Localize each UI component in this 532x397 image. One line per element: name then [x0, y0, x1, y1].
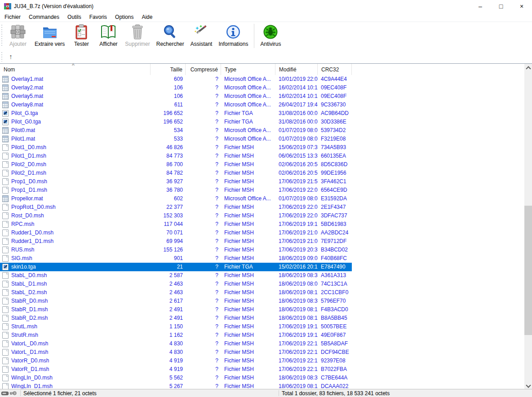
file-modified-cell: 31/08/2016 00:08	[275, 109, 318, 118]
maximize-button[interactable]: □	[491, 0, 511, 13]
msh-file-icon	[2, 229, 9, 236]
table-row[interactable]: VatorR_D0.msh4 919?Fichier MSH17/06/2019…	[0, 357, 352, 365]
table-row[interactable]: StabL_D0.msh2 587?Fichier MSH18/06/2019 …	[0, 271, 352, 280]
rechercher-button[interactable]: Rechercher	[153, 22, 187, 47]
table-row[interactable]: Overlay5.mat106?Microsoft Office A...16/…	[0, 92, 352, 101]
file-type-cell: Fichier TGA	[221, 109, 275, 118]
file-modified-cell: 01/07/2019 08:06	[275, 194, 318, 203]
up-directory-button[interactable]: ↑	[6, 52, 16, 62]
table-row[interactable]: Prop1_D0.msh36 927?Fichier MSH17/06/2019…	[0, 177, 352, 186]
file-name-cell: StabR_D2.msh	[0, 314, 151, 322]
menu-bar: FichierCommandesOutilsFavorisOptionsAide	[0, 13, 532, 22]
table-row[interactable]: VatorL_D0.msh4 830?Fichier MSH17/06/2019…	[0, 340, 352, 348]
column-header-crc32[interactable]: CRC32	[318, 64, 352, 75]
table-row[interactable]: RUS.msh155 126?Fichier MSH17/06/2019 20:…	[0, 246, 352, 254]
file-name-cell: Pilot1_D1.msh	[0, 152, 151, 160]
file-name: StabR_D1.msh	[11, 305, 48, 314]
table-row[interactable]: Pilot2_D0.msh86 700?Fichier MSH02/06/201…	[0, 160, 352, 169]
antivirus-button[interactable]: Antivirus	[257, 22, 284, 47]
table-row[interactable]: skin1o.tga21?Fichier TGA15/02/2016 20:19…	[0, 263, 352, 271]
table-row[interactable]: StabR_D0.msh2 617?Fichier MSH18/06/2019 …	[0, 297, 352, 305]
table-row[interactable]: Overlay1.mat609?Microsoft Office A...10/…	[0, 75, 352, 84]
file-name: StabR_D0.msh	[11, 297, 48, 305]
file-crc-cell: C7BE644A	[318, 374, 352, 382]
table-row[interactable]: Propellor.mat602?Microsoft Office A...01…	[0, 194, 352, 203]
scroll-up-button[interactable]	[524, 64, 532, 71]
file-type-cell: Fichier MSH	[221, 143, 275, 152]
file-type-cell: Fichier MSH	[221, 288, 275, 297]
menu-item-commandes[interactable]: Commandes	[25, 13, 63, 21]
assistant-button[interactable]: Assistant	[187, 22, 216, 47]
table-row[interactable]: VatorR_D1.msh4 919?Fichier MSH17/06/2019…	[0, 365, 352, 374]
column-header-nom[interactable]: Nom^	[0, 64, 151, 75]
table-row[interactable]: StabR_D1.msh2 491?Fichier MSH18/06/2019 …	[0, 305, 352, 314]
file-size-cell: 2 587	[151, 271, 186, 280]
file-compressed-cell: ?	[186, 331, 221, 340]
file-name-cell: Pilot1_D0.msh	[0, 143, 151, 152]
table-row[interactable]: RPC.msh117 044?Fichier MSH17/06/2019 19:…	[0, 220, 352, 229]
table-row[interactable]: Pilot1_D1.msh84 773?Fichier MSH06/06/201…	[0, 152, 352, 160]
table-row[interactable]: Pilot1_D0.msh46 826?Fichier MSH15/06/201…	[0, 143, 352, 152]
msh-file-icon	[2, 170, 9, 176]
table-row[interactable]: StabL_D2.msh2 463?Fichier MSH18/06/2019 …	[0, 288, 352, 297]
file-size-cell: 602	[151, 194, 186, 203]
table-row[interactable]: PropRot1_D0.msh22 377?Fichier MSH17/06/2…	[0, 203, 352, 212]
menu-item-fichier[interactable]: Fichier	[0, 13, 25, 21]
disk-icon[interactable]	[1, 391, 9, 396]
file-modified-cell: 17/06/2019 22:13	[275, 365, 318, 374]
file-size-cell: 196 652	[151, 118, 186, 126]
scroll-down-button[interactable]	[524, 382, 532, 389]
table-row[interactable]: VatorL_D1.msh4 830?Fichier MSH17/06/2019…	[0, 348, 352, 357]
vertical-scrollbar[interactable]	[524, 64, 532, 389]
scrollbar-thumb[interactable]	[524, 206, 532, 335]
tga-file-icon	[2, 119, 9, 125]
column-header-type[interactable]: Type	[221, 64, 275, 75]
table-row[interactable]: Pilot_G0.tga196 652?Fichier TGA31/08/201…	[0, 118, 352, 126]
column-header-modifié[interactable]: Modifié	[275, 64, 318, 75]
table-row[interactable]: Rudder1_D1.msh69 994?Fichier MSH17/06/20…	[0, 237, 352, 246]
tester-button[interactable]: Tester	[68, 22, 95, 47]
msh-file-icon	[2, 144, 9, 151]
msh-file-icon	[2, 272, 9, 279]
afficher-button[interactable]: Afficher	[95, 22, 122, 47]
file-name-cell: StabR_D0.msh	[0, 297, 151, 305]
table-row[interactable]: StrutL.msh1 150?Fichier MSH17/06/2019 19…	[0, 322, 352, 331]
extraire-vers-button[interactable]: Extraire vers	[31, 22, 68, 47]
menu-item-aide[interactable]: Aide	[137, 13, 156, 21]
table-row[interactable]: WingLIn_D1.msh5 267?Fichier MSH18/06/201…	[0, 382, 352, 389]
table-row[interactable]: Pilot0.mat534?Microsoft Office A...01/07…	[0, 126, 352, 135]
table-row[interactable]: Pilot2_D1.msh84 782?Fichier MSH02/06/201…	[0, 169, 352, 177]
key-icon[interactable]	[10, 391, 17, 396]
table-row[interactable]: SIG.msh901?Fichier MSH18/06/2019 09:04F4…	[0, 254, 352, 263]
table-row[interactable]: Pilot1.mat533?Microsoft Office A...01/07…	[0, 135, 352, 143]
table-row[interactable]: StrutR.msh1 162?Fichier MSH17/06/2019 19…	[0, 331, 352, 340]
file-type-cell: Fichier MSH	[221, 237, 275, 246]
column-header-taille[interactable]: Taille	[151, 64, 186, 75]
file-crc-cell: E7847490	[318, 263, 352, 271]
menu-item-favoris[interactable]: Favoris	[85, 13, 111, 21]
menu-item-options[interactable]: Options	[111, 13, 137, 21]
status-icons	[0, 391, 18, 396]
column-header-label: Compressé	[191, 66, 218, 73]
msh-file-icon	[2, 153, 9, 159]
msh-file-icon	[2, 161, 9, 168]
table-row[interactable]: StabR_D2.msh2 491?Fichier MSH18/06/2019 …	[0, 314, 352, 322]
informations-button[interactable]: Informations	[215, 22, 251, 47]
file-compressed-cell: ?	[186, 340, 221, 348]
file-modified-cell: 16/02/2014 10:10	[275, 84, 318, 92]
table-row[interactable]: WingLIn_D0.msh5 562?Fichier MSH18/06/201…	[0, 374, 352, 382]
file-size-cell: 4 830	[151, 340, 186, 348]
table-row[interactable]: Rudder1_D0.msh70 071?Fichier MSH17/06/20…	[0, 229, 352, 237]
table-row[interactable]: Overlay8.mat611?Microsoft Office A...26/…	[0, 101, 352, 109]
file-crc-cell: 5B5A8DAF	[318, 340, 352, 348]
menu-item-outils[interactable]: Outils	[63, 13, 85, 21]
table-row[interactable]: Rost_D0.msh152 303?Fichier MSH17/06/2019…	[0, 212, 352, 220]
close-button[interactable]: ×	[511, 0, 532, 13]
column-header-compressé[interactable]: Compressé	[186, 64, 221, 75]
table-row[interactable]: Prop1_D1.msh36 780?Fichier MSH17/06/2019…	[0, 186, 352, 194]
table-row[interactable]: Pilot_G.tga196 652?Fichier TGA31/08/2016…	[0, 109, 352, 118]
minimize-button[interactable]: –	[470, 0, 491, 13]
table-row[interactable]: StabL_D1.msh2 463?Fichier MSH18/06/2019 …	[0, 280, 352, 288]
table-row[interactable]: Overlay2.mat106?Microsoft Office A...16/…	[0, 84, 352, 92]
file-type-cell: Fichier MSH	[221, 203, 275, 212]
